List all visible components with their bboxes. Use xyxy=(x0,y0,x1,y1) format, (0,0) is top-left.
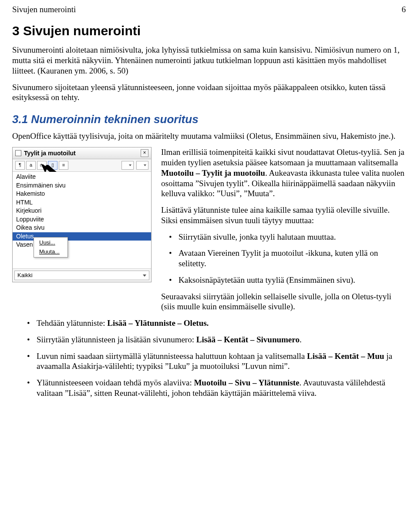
list-item[interactable]: HTML xyxy=(13,198,151,207)
body-paragraph: Ilman erillisiä toimenpiteitä kaikki siv… xyxy=(161,147,406,199)
list-item[interactable]: Alaviite xyxy=(13,173,151,181)
list-item[interactable]: Ensimmäinen sivu xyxy=(13,181,151,190)
bold-menu-path: Lisää – Ylätunniste – Oletus. xyxy=(107,318,209,328)
bold-menu-path: Muotoilu – Sivu – Ylätunniste xyxy=(194,378,299,387)
page-styles-icon[interactable]: ▯ xyxy=(48,161,57,170)
list-item: Tehdään ylätunniste: Lisää – Ylätunniste… xyxy=(37,318,406,328)
list-item[interactable]: Oikea sivu xyxy=(13,224,151,232)
list-item: Avataan Viereinen Tyylit ja muotoilut -i… xyxy=(179,248,406,269)
heading-2: 3.1 Numeroinnin tekninen suoritus xyxy=(12,112,406,127)
palette-titlebar: Tyylit ja muotoilut × xyxy=(13,147,151,159)
list-item[interactable]: Loppuviite xyxy=(13,215,151,224)
body-paragraph: Lisättävä ylätunniste tulee aina kaikill… xyxy=(161,205,406,226)
list-item[interactable]: Hakemisto xyxy=(13,190,151,198)
context-menu: Uusi... Muuta... xyxy=(34,237,68,258)
fill-format-icon[interactable] xyxy=(121,161,134,170)
header-section: Sivujen numerointi xyxy=(12,4,76,15)
close-icon[interactable]: × xyxy=(141,149,148,157)
style-list: Alaviite Ensimmäinen sivu Hakemisto HTML… xyxy=(13,172,151,268)
header-page-number: 6 xyxy=(402,4,406,15)
filter-select[interactable]: Kaikki xyxy=(14,271,149,280)
steps-list: Siirrytään sivulle, jonka tyyli halutaan… xyxy=(161,232,406,285)
bold-menu-path: Muotoilu – Tyylit ja muotoilu xyxy=(161,168,265,177)
palette-title: Tyylit ja muotoilut xyxy=(24,150,76,157)
pin-icon xyxy=(15,150,21,156)
new-style-dropdown-icon[interactable] xyxy=(136,161,148,170)
menu-item-modify[interactable]: Muuta... xyxy=(34,248,67,256)
palette-toolbar: ¶ a ▭ ▯ ≡ xyxy=(13,159,151,172)
right-column: Ilman erillisiä toimenpiteitä kaikki siv… xyxy=(161,147,406,318)
filter-select-value: Kaikki xyxy=(17,272,33,279)
paragraph-styles-icon[interactable]: ¶ xyxy=(15,161,25,170)
body-paragraph: Sivunumero sijoitetaan yleensä ylätunnis… xyxy=(12,82,406,103)
bottom-list: Tehdään ylätunniste: Lisää – Ylätunniste… xyxy=(12,318,406,398)
list-item: Kaksoisnäpäytetään uutta tyyliä (Ensimmä… xyxy=(179,275,406,285)
bold-menu-path: Lisää – Kentät – Muu xyxy=(307,351,384,361)
list-styles-icon[interactable]: ≡ xyxy=(59,161,68,170)
body-paragraph: Seuraavaksi siirrytään jollekin sellaise… xyxy=(161,291,406,312)
list-item: Luvun nimi saadaan siirtymällä ylätunnis… xyxy=(37,351,406,372)
frame-styles-icon[interactable]: ▭ xyxy=(37,161,47,170)
body-paragraph: Sivunumerointi aloitetaan nimiösivulta, … xyxy=(12,45,406,76)
list-item: Siirrytään ylätunnisteen ja lisätään siv… xyxy=(37,335,406,345)
styles-palette-figure: Tyylit ja muotoilut × ¶ a ▭ ▯ ≡ Alaviite xyxy=(12,147,152,282)
heading-1: 3 Sivujen numerointi xyxy=(12,23,406,39)
list-item: Ylätunnisteeseen voidaan tehdä myös alav… xyxy=(37,378,406,398)
body-paragraph: OpenOffice käyttää tyylisivuja, joita on… xyxy=(12,131,406,141)
menu-item-new[interactable]: Uusi... xyxy=(34,238,67,247)
list-item: Siirrytään sivulle, jonka tyyli halutaan… xyxy=(179,232,406,242)
page-header: Sivujen numerointi 6 xyxy=(12,4,406,15)
char-styles-icon[interactable]: a xyxy=(26,161,36,170)
bold-menu-path: Lisää – Kentät – Sivunumero xyxy=(196,335,300,344)
palette-footer: Kaikki xyxy=(13,268,151,282)
list-item[interactable]: Kirjekuori xyxy=(13,207,151,215)
